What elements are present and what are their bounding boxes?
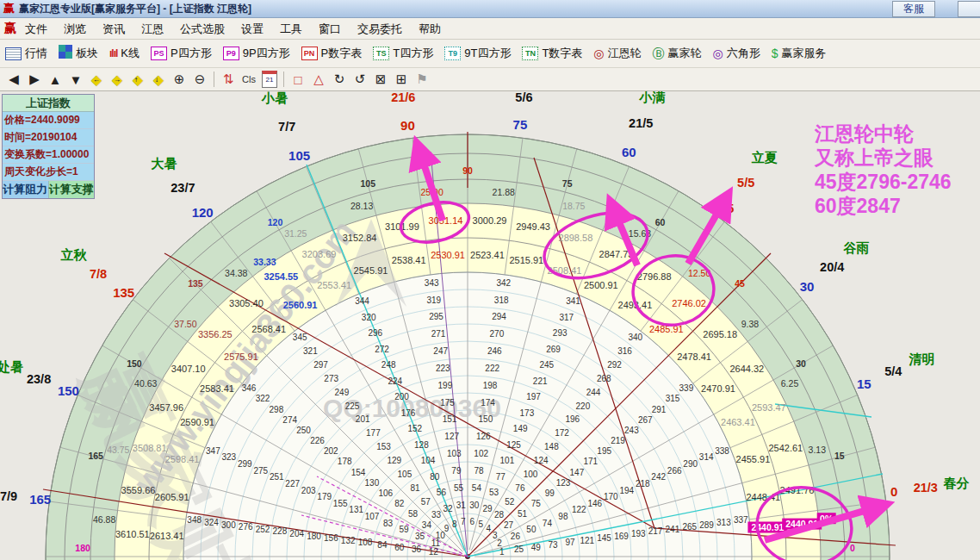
solar-term-label: 谷雨 [843, 240, 870, 255]
toolbar-button-赢家服务[interactable]: $赢家服务 [772, 46, 827, 61]
panel-row-1: 时间=20190104 [3, 129, 94, 146]
svg-text:28: 28 [494, 510, 505, 520]
toolbar-label: 六角形 [727, 46, 760, 61]
zoom-in-button[interactable]: ⊕ [169, 71, 189, 89]
svg-text:178: 178 [338, 457, 352, 466]
back-button[interactable]: ◀ [3, 71, 24, 89]
outer-date-label: 20/4 [820, 260, 844, 274]
svg-text:12: 12 [429, 547, 439, 557]
pointer-up-button[interactable]: ▲ [45, 71, 65, 89]
svg-text:266: 266 [667, 466, 682, 476]
svg-text:241: 241 [666, 525, 680, 534]
blocks-icon [59, 45, 65, 52]
rect-tool-button[interactable]: □ [288, 71, 308, 89]
forward-button[interactable]: ▶ [24, 71, 45, 89]
panel-row-2: 变换系数=1.00000 [3, 146, 94, 164]
menu-item-资讯[interactable]: 资讯 [102, 22, 125, 35]
pointer-down-button[interactable]: ▼ [65, 71, 86, 89]
app-logo-icon: 赢 [3, 1, 15, 16]
svg-text:245: 245 [539, 360, 554, 370]
outer-degree-label: 135 [113, 285, 134, 300]
svg-text:75: 75 [562, 178, 573, 189]
svg-text:197: 197 [526, 392, 541, 401]
fit-screen-icon: ⊞ [396, 72, 407, 87]
menu-item-工具[interactable]: 工具 [280, 22, 302, 35]
svg-text:170: 170 [604, 492, 618, 501]
svg-text:3508.81: 3508.81 [133, 443, 167, 453]
svg-text:58: 58 [408, 509, 419, 519]
triangle-tool-button[interactable]: △ [308, 71, 329, 89]
flag-button[interactable]: ⚑ [412, 71, 432, 89]
svg-text:344: 344 [355, 296, 369, 306]
delete-box-button[interactable]: ⊠ [370, 71, 391, 89]
toolbar-button-江恩轮[interactable]: ◎江恩轮 [593, 46, 641, 61]
zoom-out-button[interactable]: ⊖ [189, 71, 210, 89]
fit-screen-button[interactable]: ⊞ [391, 71, 412, 89]
menu-item-设置[interactable]: 设置 [241, 22, 264, 35]
menu-item-公式选股[interactable]: 公式选股 [180, 22, 225, 35]
kline-icon: ılıl [109, 47, 117, 59]
outer-date-label: 5/5 [737, 176, 754, 190]
hexagon-icon: ◎ [713, 47, 723, 59]
panel-row-0: 价格=2440.9099 [3, 112, 94, 129]
svg-text:26: 26 [511, 532, 521, 541]
svg-text:0: 0 [850, 543, 855, 553]
menu-item-江恩[interactable]: 江恩 [141, 22, 164, 35]
cls-button[interactable]: Cls [239, 71, 259, 89]
svg-text:60度2847: 60度2847 [815, 195, 901, 217]
menu-item-文件[interactable]: 文件 [25, 22, 47, 35]
svg-text:242: 242 [651, 472, 666, 482]
svg-text:151: 151 [443, 414, 457, 424]
svg-text:106: 106 [378, 488, 393, 498]
menu-item-交易委托[interactable]: 交易委托 [357, 22, 402, 35]
menu-item-帮助[interactable]: 帮助 [419, 22, 441, 35]
diamond-right-button[interactable]: ◆→ [107, 71, 127, 89]
svg-text:276: 276 [239, 522, 253, 532]
outer-date-label: 7/9 [0, 489, 17, 503]
chart-area[interactable]: 赢家财富网www.yingjia360.comQQ:10080036012345… [0, 91, 980, 560]
toolbar-button-T四方形[interactable]: TST四方形 [373, 46, 433, 61]
svg-text:2463.41: 2463.41 [721, 417, 755, 427]
calendar-button[interactable]: 21 [259, 71, 280, 89]
flag-icon: ⚑ [416, 72, 427, 87]
menu-item-浏览[interactable]: 浏览 [64, 22, 86, 35]
toolbar-button-赢家轮[interactable]: Ⓑ赢家轮 [653, 46, 702, 61]
toolbar-button-P四方形[interactable]: PSP四方形 [151, 46, 212, 61]
diamond-left-button[interactable]: ◆← [86, 71, 107, 89]
gann-wheel-canvas[interactable]: 赢家财富网www.yingjia360.comQQ:10080036012345… [0, 91, 980, 560]
diamond-down-button[interactable]: ◆↓ [148, 71, 169, 89]
svg-text:75: 75 [531, 499, 542, 508]
svg-text:101: 101 [500, 456, 515, 465]
svg-text:60: 60 [655, 217, 666, 227]
svg-text:135: 135 [188, 278, 203, 289]
calc-support-button[interactable]: 计算支撑 [49, 181, 95, 198]
svg-text:199: 199 [438, 381, 453, 390]
winner-wheel-icon: Ⓑ [653, 47, 665, 59]
toolbar-button-K线[interactable]: ılılK线 [109, 46, 140, 61]
svg-text:225: 225 [345, 401, 360, 411]
toolbar-button-9P四方形[interactable]: P99P四方形 [223, 46, 290, 61]
svg-text:4: 4 [487, 524, 492, 533]
toolbar-button-P数字表[interactable]: PNP数字表 [301, 46, 363, 61]
toolbar-button-9T四方形[interactable]: T99T四方形 [444, 46, 511, 61]
svg-text:99: 99 [545, 488, 555, 498]
clipped-button[interactable] [958, 1, 980, 17]
toolbar-label: 行情 [25, 46, 47, 61]
toolbar-button-T数字表[interactable]: TNT数字表 [522, 46, 582, 61]
outer-date-label: 5/4 [884, 364, 902, 378]
svg-text:2542.61: 2542.61 [768, 443, 803, 453]
menu-item-窗口[interactable]: 窗口 [319, 22, 341, 35]
svg-text:30: 30 [469, 501, 480, 510]
rotate-cw-button[interactable]: ↻ [329, 71, 350, 89]
rotate-ccw-button[interactable]: ↺ [350, 71, 370, 89]
toolbar-button-六角形[interactable]: ◎六角形 [713, 46, 760, 61]
toolbar-button-行情[interactable]: 行情 [5, 46, 47, 61]
diamond-up-button[interactable]: ◆↑ [127, 71, 148, 89]
support-button[interactable]: 客服 [892, 1, 935, 17]
calc-resistance-button[interactable]: 计算阻力 [3, 181, 49, 198]
svg-text:149: 149 [513, 424, 528, 433]
range-button[interactable]: ⇅ [218, 71, 239, 89]
svg-text:9.38: 9.38 [741, 319, 760, 329]
svg-text:223: 223 [436, 364, 450, 373]
toolbar-button-板块[interactable]: 板块 [59, 46, 98, 61]
